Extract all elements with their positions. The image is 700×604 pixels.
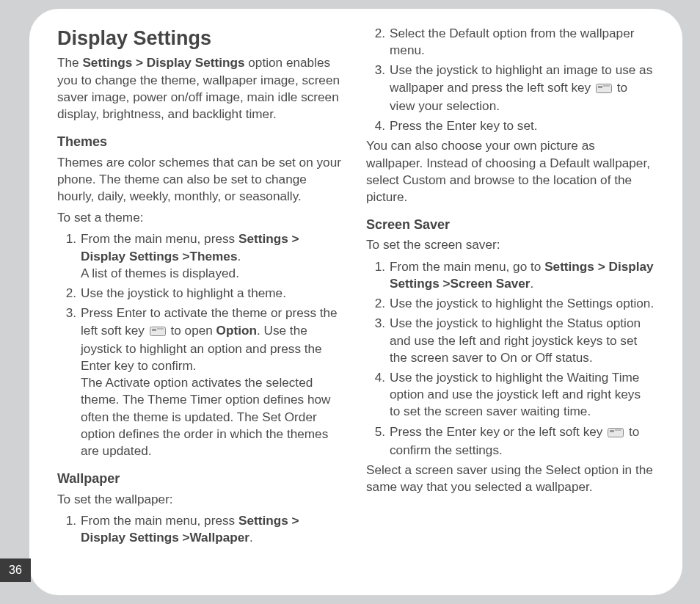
themes-heading: Themes — [57, 133, 346, 150]
list-item: Use the joystick to highlight the Status… — [390, 315, 655, 366]
softkey-icon — [596, 81, 612, 98]
wallpaper-note: You can also choose your own picture as … — [366, 137, 655, 205]
text: The — [57, 55, 82, 70]
svg-rect-0 — [150, 327, 165, 335]
page-card: Display Settings The Settings > Display … — [29, 9, 682, 595]
list-item: Use the joystick to highlight an image t… — [390, 62, 655, 114]
list-item: From the main menu, press Settings > Dis… — [81, 230, 346, 282]
page-title: Display Settings — [57, 25, 346, 51]
svg-rect-2 — [596, 84, 611, 92]
svg-rect-4 — [608, 428, 624, 437]
wallpaper-heading: Wallpaper — [57, 470, 346, 487]
screensaver-steps: From the main menu, go to Settings > Dis… — [366, 258, 655, 459]
wallpaper-steps-a: From the main menu, press Settings > Dis… — [57, 512, 346, 546]
text-bold: Option — [216, 323, 257, 338]
list-item: Press the Enter key or the left soft key… — [390, 423, 655, 459]
themes-lead: To set a theme: — [57, 209, 346, 226]
text: Press the Enter key or the left soft key — [390, 424, 606, 439]
text: to open — [167, 323, 216, 338]
text: . — [237, 249, 241, 263]
themes-desc: Themes are color schemes that can be set… — [57, 154, 346, 205]
svg-rect-1 — [152, 329, 156, 331]
screensaver-heading: Screen Saver — [366, 216, 655, 233]
softkey-icon — [608, 425, 624, 442]
wallpaper-steps-b: Select the Default option from the wallp… — [366, 25, 655, 134]
list-item: From the main menu, press Settings > Dis… — [81, 512, 346, 546]
softkey-icon — [150, 324, 166, 341]
list-item: Select the Default option from the wallp… — [390, 25, 655, 59]
list-item: Use the joystick to highlight the Waitin… — [390, 369, 655, 421]
text: The Activate option activates the select… — [81, 375, 330, 458]
screensaver-lead: To set the screen saver: — [366, 236, 655, 253]
wallpaper-lead: To set the wallpaper: — [57, 491, 346, 508]
list-item: Press Enter to activate the theme or pre… — [81, 305, 346, 459]
list-item: Use the joystick to highlight a theme. — [81, 285, 346, 302]
themes-steps: From the main menu, press Settings > Dis… — [57, 230, 346, 459]
svg-rect-5 — [610, 430, 614, 432]
text: A list of themes is displayed. — [81, 266, 239, 280]
page-number: 36 — [0, 558, 31, 582]
text: . — [249, 530, 253, 545]
screensaver-note: Select a screen saver using the Select o… — [366, 462, 655, 495]
list-item: Use the joystick to highlight the Settin… — [390, 295, 655, 312]
list-item: From the main menu, go to Settings > Dis… — [390, 258, 655, 292]
list-item: Press the Enter key to set. — [390, 117, 655, 134]
text: From the main menu, press — [81, 231, 238, 246]
text: From the main menu, go to — [390, 259, 544, 274]
text-bold: Settings > Display Settings — [82, 55, 244, 70]
left-column: Display Settings The Settings > Display … — [57, 25, 346, 573]
intro-paragraph: The Settings > Display Settings option e… — [57, 54, 346, 123]
right-column: Select the Default option from the wallp… — [366, 25, 655, 573]
svg-rect-3 — [598, 86, 602, 88]
text: From the main menu, press — [81, 513, 238, 528]
text: . — [531, 276, 534, 291]
